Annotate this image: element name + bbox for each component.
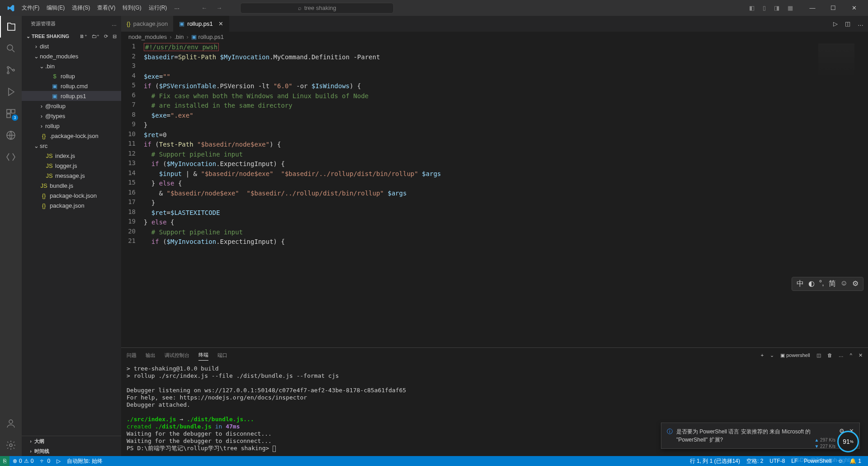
svg-rect-6: [7, 114, 10, 118]
ime-item[interactable]: 中: [797, 279, 804, 289]
panel-tab[interactable]: 问题: [127, 350, 137, 361]
file-item[interactable]: {}package-lock.json: [22, 190, 121, 200]
customize-layout-icon[interactable]: ▦: [788, 5, 793, 11]
activity-custom[interactable]: [0, 146, 22, 168]
sidebar-more-icon[interactable]: …: [112, 21, 117, 27]
file-item[interactable]: JSbundle.js: [22, 181, 121, 190]
ime-item[interactable]: °,: [819, 279, 824, 289]
notifications-icon[interactable]: 🔔 1: [846, 458, 864, 464]
breadcrumb-segment[interactable]: .bin: [175, 33, 184, 40]
activity-explorer[interactable]: [0, 16, 22, 38]
breadcrumb-segment[interactable]: node_modules: [128, 33, 167, 40]
activity-debug[interactable]: [0, 81, 22, 103]
errors-status[interactable]: ⊗0 ⚠0: [9, 458, 37, 464]
sidebar-section[interactable]: ›时间线: [22, 446, 121, 456]
panel-tab[interactable]: 终端: [198, 350, 208, 361]
folder-item[interactable]: ⌄node_modules: [22, 51, 121, 61]
panel-tab[interactable]: 输出: [146, 350, 156, 361]
ime-item[interactable]: ☺: [840, 279, 848, 289]
kill-terminal-icon[interactable]: 🗑: [827, 352, 832, 358]
activity-search[interactable]: [0, 38, 22, 59]
menu-item[interactable]: 编辑(E): [43, 2, 68, 14]
feedback-icon[interactable]: ☺: [835, 458, 846, 464]
panel-tab[interactable]: 端口: [217, 350, 227, 361]
close-tab-icon[interactable]: ✕: [218, 20, 223, 27]
ime-item[interactable]: ⚙: [852, 279, 859, 289]
file-item[interactable]: {}.package-lock.json: [22, 131, 121, 141]
indent-status[interactable]: 空格: 2: [743, 457, 766, 465]
explorer-project-header[interactable]: ⌄ TREE SHAKING 🗎⁺ 🗀⁺ ⟳ ⊟: [22, 32, 121, 41]
nav-back-icon[interactable]: ←: [201, 5, 207, 11]
new-folder-icon[interactable]: 🗀⁺: [92, 33, 99, 39]
breadcrumb-segment[interactable]: ▣ rollup.ps1: [191, 33, 224, 40]
activity-extensions[interactable]: 3: [0, 103, 22, 124]
maximize-panel-icon[interactable]: ^: [850, 352, 852, 358]
panel-more-icon[interactable]: …: [839, 352, 844, 358]
folder-item[interactable]: ⌄src: [22, 141, 121, 151]
file-item[interactable]: $rollup: [22, 71, 121, 81]
ime-item[interactable]: ◐: [808, 279, 815, 289]
perf-gauge[interactable]: 91%: [837, 431, 859, 452]
close-panel-icon[interactable]: ✕: [859, 352, 863, 358]
menu-item[interactable]: 转到(G): [119, 2, 145, 14]
layout-controls: ◧ ▯ ◨ ▦: [749, 5, 793, 11]
sidebar-section[interactable]: ›大纲: [22, 436, 121, 446]
folder-item[interactable]: ›@rollup: [22, 101, 121, 111]
folder-item[interactable]: ›rollup: [22, 121, 121, 131]
minimap[interactable]: [816, 42, 862, 81]
more-icon[interactable]: …: [858, 20, 863, 27]
toggle-panel-right-icon[interactable]: ◨: [774, 5, 779, 11]
activity-settings[interactable]: [0, 434, 22, 456]
collapse-icon[interactable]: ⊟: [113, 33, 117, 39]
remote-indicator[interactable]: ⎘: [0, 456, 9, 466]
new-terminal-icon[interactable]: +: [761, 352, 764, 358]
auto-attach-status[interactable]: 自动附加: 始终: [64, 457, 106, 465]
run-icon[interactable]: ▷: [833, 20, 838, 27]
refresh-icon[interactable]: ⟳: [104, 33, 108, 39]
command-center[interactable]: ⌕ tree shaking: [240, 3, 394, 14]
menu-item[interactable]: …: [170, 2, 183, 14]
file-item[interactable]: ▣rollup.cmd: [22, 81, 121, 91]
ports-status[interactable]: ᯤ0: [37, 458, 53, 464]
toggle-panel-left-icon[interactable]: ◧: [749, 5, 755, 11]
breadcrumb[interactable]: node_modules›.bin›▣ rollup.ps1: [121, 32, 868, 42]
panel-tab[interactable]: 调试控制台: [165, 350, 189, 361]
file-item[interactable]: ▣rollup.ps1: [22, 91, 121, 101]
split-terminal-icon[interactable]: ◫: [816, 352, 821, 358]
terminal-profile-icon[interactable]: ▣ powershell: [780, 352, 810, 358]
eol-status[interactable]: LF: [788, 458, 801, 464]
code-editor[interactable]: 123456789101112131415161718192021 #!/usr…: [121, 42, 868, 347]
nav-forward-icon[interactable]: →: [216, 5, 222, 11]
terminal-dropdown-icon[interactable]: ⌄: [770, 352, 774, 358]
editor-tab[interactable]: {}package.json: [121, 16, 174, 32]
ime-item[interactable]: 简: [829, 279, 836, 289]
minimize-button[interactable]: —: [802, 0, 823, 16]
activity-scm[interactable]: [0, 59, 22, 81]
file-item[interactable]: {}package.json: [22, 200, 121, 210]
encoding-status[interactable]: UTF-8: [766, 458, 788, 464]
editor-tab[interactable]: ▣rollup.ps1✕: [174, 16, 229, 32]
file-item[interactable]: JSlogger.js: [22, 161, 121, 171]
new-file-icon[interactable]: 🗎⁺: [80, 33, 87, 39]
language-status[interactable]: PowerShell: [801, 458, 835, 464]
close-button[interactable]: ✕: [844, 0, 864, 16]
cursor-position[interactable]: 行 1, 列 1 (已选择14): [687, 457, 743, 465]
file-item[interactable]: JSindex.js: [22, 151, 121, 161]
toggle-panel-bottom-icon[interactable]: ▯: [763, 5, 766, 11]
ime-toolbar[interactable]: 中◐°,简☺⚙: [792, 277, 863, 291]
folder-item[interactable]: ›dist: [22, 41, 121, 51]
split-icon[interactable]: ◫: [845, 20, 850, 27]
info-icon: ⓘ: [667, 428, 673, 444]
menu-item[interactable]: 文件(F): [18, 2, 43, 14]
menu-item[interactable]: 选择(S): [68, 2, 94, 14]
menu-item[interactable]: 运行(R): [145, 2, 171, 14]
maximize-button[interactable]: ☐: [823, 0, 844, 16]
activity-account[interactable]: [0, 413, 22, 434]
code-content[interactable]: #!/usr/bin/env pwsh$basedir=Split-Path $…: [144, 42, 868, 347]
activity-remote[interactable]: [0, 124, 22, 146]
debug-status[interactable]: ▷: [53, 458, 64, 464]
menu-item[interactable]: 查看(V): [94, 2, 119, 14]
folder-item[interactable]: ⌄.bin: [22, 61, 121, 71]
folder-item[interactable]: ›@types: [22, 111, 121, 121]
file-item[interactable]: JSmessage.js: [22, 171, 121, 181]
